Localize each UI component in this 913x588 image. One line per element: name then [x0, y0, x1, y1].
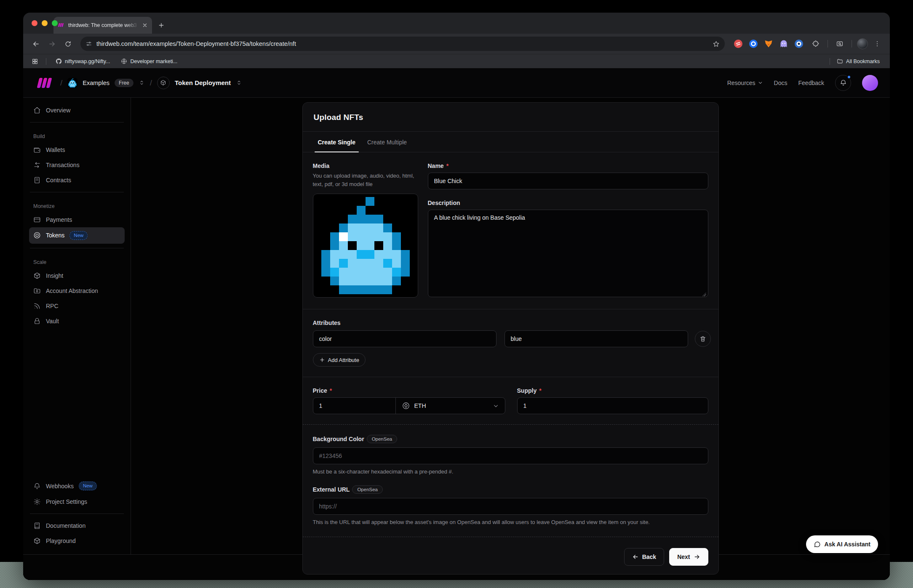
browser-reload-button[interactable]: [61, 37, 75, 51]
contract-icon: [33, 176, 41, 184]
thirdweb-logo[interactable]: [36, 77, 55, 89]
extension-fox-icon[interactable]: [764, 39, 774, 49]
tab-create-multiple[interactable]: Create Multiple: [363, 132, 411, 152]
background-color-helper: Must be a six-character hexadecimal with…: [313, 468, 708, 476]
card-footer: Back Next: [303, 537, 718, 574]
browser-profile-avatar[interactable]: [857, 38, 868, 49]
nav-link-docs[interactable]: Docs: [774, 80, 788, 86]
sidebar-item-account-abstraction[interactable]: Account Abstraction: [29, 283, 125, 298]
new-tab-button[interactable]: [155, 19, 167, 31]
attribute-key-input[interactable]: [313, 330, 497, 347]
price-input[interactable]: [313, 398, 395, 414]
tokens-icon: [33, 231, 41, 239]
extension-ghost-icon[interactable]: [779, 39, 789, 49]
name-input[interactable]: [428, 173, 708, 189]
team-name[interactable]: Examples: [83, 80, 109, 86]
bookmarks-divider: [830, 58, 830, 65]
toolbar-divider: [852, 40, 852, 48]
supply-label: Supply*: [517, 387, 708, 394]
extension-blue-ring-icon[interactable]: [748, 39, 758, 49]
sidebar-item-vault[interactable]: Vault: [29, 314, 125, 329]
minimize-window-button[interactable]: [42, 20, 48, 26]
supply-input[interactable]: [517, 397, 708, 414]
bell-icon: [33, 482, 41, 490]
tab-search-icon[interactable]: [833, 37, 846, 51]
insight-icon: [33, 272, 41, 279]
sidebar-item-label: Tokens: [46, 232, 64, 239]
sidebar-item-documentation[interactable]: Documentation: [29, 518, 125, 533]
gear-icon: [33, 498, 41, 506]
extension-red-icon[interactable]: [733, 39, 743, 49]
sidebar-item-rpc[interactable]: RPC: [29, 298, 125, 314]
extensions-puzzle-icon[interactable]: [809, 37, 822, 51]
arrow-right-icon: [694, 553, 700, 560]
apps-grid-icon[interactable]: [30, 58, 40, 65]
required-asterisk: *: [446, 162, 448, 169]
account-icon: [33, 287, 41, 295]
project-name[interactable]: Token Deployment: [175, 79, 231, 86]
external-url-input[interactable]: [313, 498, 708, 515]
bookmark-star-icon[interactable]: [713, 40, 720, 48]
sidebar-divider: [30, 192, 124, 192]
close-window-button[interactable]: [32, 20, 37, 26]
notifications-button[interactable]: [835, 75, 851, 91]
sidebar-item-overview[interactable]: Overview: [29, 103, 125, 118]
all-bookmarks-button[interactable]: All Bookmarks: [833, 57, 883, 66]
back-button[interactable]: Back: [624, 548, 664, 566]
bookmark-item[interactable]: Developer marketi...: [117, 57, 181, 66]
browser-back-button[interactable]: [29, 37, 43, 51]
wallet-icon: [33, 146, 41, 154]
delete-attribute-button[interactable]: [695, 331, 711, 347]
sidebar-item-playground[interactable]: Playground: [29, 533, 125, 548]
nav-link-feedback[interactable]: Feedback: [798, 80, 824, 86]
sidebar-item-payments[interactable]: Payments: [29, 212, 125, 227]
description-textarea[interactable]: A blue chick living on Base Sepolia: [428, 210, 708, 297]
nav-link-label: Feedback: [798, 80, 824, 86]
opensea-section: Background Color OpenSea Must be a six-c…: [303, 424, 718, 537]
nav-link-resources[interactable]: Resources: [727, 80, 763, 86]
zoom-window-button[interactable]: [52, 20, 58, 26]
sidebar-item-label: Playground: [46, 537, 76, 544]
ask-ai-assistant-button[interactable]: Ask AI Assistant: [806, 535, 878, 553]
home-icon: [33, 106, 41, 114]
sidebar-item-label: Project Settings: [46, 498, 87, 505]
tab-close-icon[interactable]: [142, 22, 148, 28]
sidebar-item-wallets[interactable]: Wallets: [29, 142, 125, 157]
tab-create-single[interactable]: Create Single: [314, 132, 360, 152]
sidebar-item-label: Insight: [46, 272, 63, 279]
sidebar-item-contracts[interactable]: Contracts: [29, 173, 125, 188]
team-switcher-icon[interactable]: [139, 80, 145, 86]
project-switcher-icon[interactable]: [236, 80, 242, 86]
browser-menu-icon[interactable]: [870, 37, 884, 51]
team-avatar[interactable]: [67, 78, 77, 88]
currency-select[interactable]: ETH: [395, 398, 505, 414]
extension-lens-icon[interactable]: [794, 39, 804, 49]
playground-icon: [33, 537, 41, 545]
external-url-label: External URL OpenSea: [313, 485, 708, 494]
attribute-value-input[interactable]: [505, 330, 688, 347]
window-controls[interactable]: [32, 20, 58, 26]
bookmark-item[interactable]: niftyswap.gg/Nifty...: [52, 57, 113, 66]
sidebar-item-insight[interactable]: Insight: [29, 268, 125, 283]
sidebar-item-transactions[interactable]: Transactions: [29, 157, 125, 173]
breadcrumb-slash: /: [60, 78, 62, 88]
sidebar-section-title: Scale: [33, 259, 120, 265]
browser-toolbar: thirdweb.com/team/examples/Token-Deploym…: [23, 34, 890, 54]
add-attribute-button[interactable]: Add Attribute: [313, 353, 366, 367]
breadcrumb: / Examples Free / Token Deployment: [36, 77, 242, 89]
sidebar-item-tokens[interactable]: TokensNew: [29, 227, 125, 244]
site-settings-icon[interactable]: [85, 40, 92, 47]
description-label: Description: [428, 200, 708, 206]
sidebar-item-webhooks[interactable]: WebhooksNew: [29, 478, 125, 494]
background-color-input[interactable]: [313, 447, 708, 464]
sidebar-item-project-settings[interactable]: Project Settings: [29, 494, 125, 509]
browser-tab[interactable]: thirdweb: The complete web3: [53, 17, 152, 34]
user-avatar[interactable]: [862, 75, 878, 91]
browser-forward-button[interactable]: [45, 37, 59, 51]
sidebar-item-label: Documentation: [46, 522, 85, 529]
nav-link-label: Resources: [727, 80, 755, 86]
media-upload-box[interactable]: [313, 194, 418, 298]
url-bar[interactable]: thirdweb.com/team/examples/Token-Deploym…: [80, 37, 725, 51]
thirdweb-favicon: [58, 21, 65, 29]
next-button[interactable]: Next: [669, 548, 708, 566]
